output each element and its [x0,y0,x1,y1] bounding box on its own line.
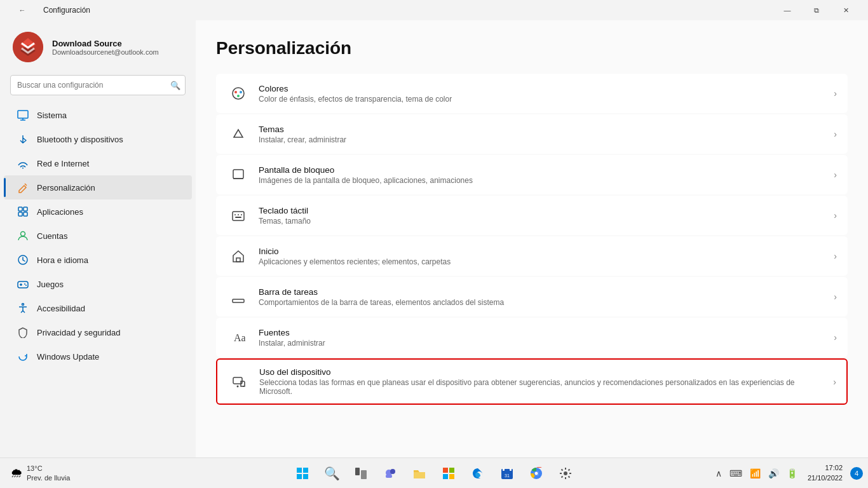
clock-date: 21/10/2022 [808,473,843,483]
settings-icon-fuentes: Aa [227,326,250,349]
settings-icon-pantalla-bloqueo [227,163,250,186]
sidebar-item-accesibilidad[interactable]: Accesibilidad [4,296,192,320]
svg-point-59 [564,471,567,475]
minimize-button[interactable]: — [773,0,802,20]
search-taskbar-button[interactable]: 🔍 [319,461,344,486]
weather-temp: 13°C [27,464,70,473]
svg-rect-40 [303,474,308,479]
svg-rect-8 [18,207,22,211]
settings-title-fuentes: Fuentes [259,328,827,337]
user-info: Download Source Downloadsourcenet@outloo… [52,39,159,56]
window-controls: — ⧉ ✕ [773,0,860,20]
nav-icon-personalizacion [17,181,29,194]
settings-chevron-uso-dispositivo: › [833,377,836,387]
sidebar: Download Source Downloadsourcenet@outloo… [0,20,196,458]
settings-text-barra-tareas: Barra de tareas Comportamientos de la ba… [259,287,827,307]
nav-label-juegos: Juegos [37,280,64,289]
settings-item-fuentes[interactable]: Aa Fuentes Instalar, administrar › [216,318,848,357]
settings-title-inicio: Inicio [259,247,827,256]
settings-taskbar-button[interactable] [553,461,578,486]
sidebar-item-red[interactable]: Red e Internet [4,151,192,175]
svg-rect-46 [443,468,448,473]
sidebar-item-personalizacion[interactable]: Personalización [4,175,192,200]
taskbar-center: 🔍 [290,461,578,486]
taskbar-weather[interactable]: 🌧 13°C Prev. de lluvia [5,461,75,485]
settings-text-fuentes: Fuentes Instalar, administrar [259,328,827,348]
settings-text-uso-dispositivo: Uso del dispositivo Selecciona todas las… [259,367,827,396]
svg-rect-14 [18,281,28,288]
taskbar: 🌧 13°C Prev. de lluvia 🔍 [0,458,868,488]
svg-point-19 [22,304,24,306]
settings-subtitle-uso-dispositivo: Selecciona todas las formas en que plane… [259,378,827,396]
svg-rect-9 [24,207,27,211]
teams-chat-button[interactable] [377,461,403,486]
sidebar-item-juegos[interactable]: Juegos [4,272,192,296]
maximize-button[interactable]: ⧉ [802,0,831,20]
svg-rect-42 [361,470,367,479]
settings-title-temas: Temas [259,125,827,134]
svg-rect-4 [18,111,28,118]
ms-store-button[interactable] [436,461,461,486]
nav-label-bluetooth: Bluetooth y dispositivos [37,135,123,144]
settings-title-colores: Colores [259,84,827,93]
search-input[interactable] [10,75,186,95]
svg-rect-39 [297,474,302,479]
settings-icon-teclado-tactil [227,204,250,227]
notification-badge[interactable]: 4 [850,467,863,480]
sidebar-item-bluetooth[interactable]: Bluetooth y dispositivos [4,127,192,151]
settings-item-barra-tareas[interactable]: Barra de tareas Comportamientos de la ba… [216,277,848,316]
sidebar-item-aplicaciones[interactable]: Aplicaciones [4,200,192,224]
taskbar-clock[interactable]: 17:02 21/10/2022 [803,463,848,483]
back-button[interactable]: ← [8,0,37,20]
sidebar-item-sistema[interactable]: Sistema [4,103,192,127]
nav-label-cuentas: Cuentas [37,231,67,241]
chrome-button[interactable] [524,461,549,486]
svg-point-36 [243,386,244,387]
nav-icon-sistema [17,109,29,121]
settings-title-barra-tareas: Barra de tareas [259,287,827,297]
svg-text:31: 31 [505,473,510,478]
wifi-icon[interactable]: 📶 [747,467,763,480]
edge-button[interactable] [465,461,491,486]
start-button[interactable] [290,461,315,486]
volume-icon[interactable]: 🔊 [766,467,782,480]
battery-icon[interactable]: 🔋 [784,467,800,480]
settings-item-pantalla-bloqueo[interactable]: Pantalla de bloqueo Imágenes de la panta… [216,155,848,194]
title-bar-left: ← Configuración [8,0,90,20]
settings-item-uso-dispositivo[interactable]: Uso del dispositivo Selecciona todas las… [216,358,848,405]
svg-point-12 [21,232,25,236]
nav-label-aplicaciones: Aplicaciones [37,207,83,217]
sidebar-item-cuentas[interactable]: Cuentas [4,224,192,248]
nav-label-red: Red e Internet [37,159,89,168]
settings-item-colores[interactable]: Colores Color de énfasis, efectos de tra… [216,74,848,113]
close-button[interactable]: ✕ [831,0,860,20]
nav-icon-update [17,350,29,363]
settings-subtitle-colores: Color de énfasis, efectos de transparenc… [259,95,827,104]
settings-chevron-barra-tareas: › [834,292,837,302]
nav-icon-aplicaciones [17,205,29,218]
svg-rect-26 [233,212,244,220]
settings-item-inicio[interactable]: Inicio Aplicaciones y elementos reciente… [216,236,848,276]
file-explorer-button[interactable] [407,461,432,486]
nav-list: Sistema Bluetooth y dispositivos Red e I… [0,103,196,369]
settings-item-temas[interactable]: Temas Instalar, crear, administrar › [216,114,848,154]
tray-up-icon[interactable]: ∧ [713,467,724,480]
settings-item-teclado-tactil[interactable]: Teclado táctil Temas, tamaño › [216,196,848,235]
svg-rect-48 [443,474,448,479]
settings-icon-uso-dispositivo [227,370,250,393]
svg-point-44 [390,469,395,474]
sidebar-item-hora[interactable]: Hora e idioma [4,248,192,272]
calendar-button[interactable]: 31 [494,461,520,486]
svg-rect-52 [503,468,505,471]
page-title: Personalización [216,38,848,58]
nav-icon-accesibilidad [17,302,29,315]
settings-subtitle-temas: Instalar, crear, administrar [259,135,827,144]
search-box: 🔍 [10,75,186,95]
settings-subtitle-pantalla-bloqueo: Imágenes de la pantalla de bloqueo, apli… [259,176,827,185]
task-view-button[interactable] [348,461,374,486]
keyboard-icon[interactable]: ⌨ [727,467,745,480]
settings-text-colores: Colores Color de énfasis, efectos de tra… [259,84,827,104]
sidebar-item-update[interactable]: Windows Update [4,344,192,369]
app-title: Configuración [43,6,90,15]
sidebar-item-privacidad[interactable]: Privacidad y seguridad [4,320,192,344]
